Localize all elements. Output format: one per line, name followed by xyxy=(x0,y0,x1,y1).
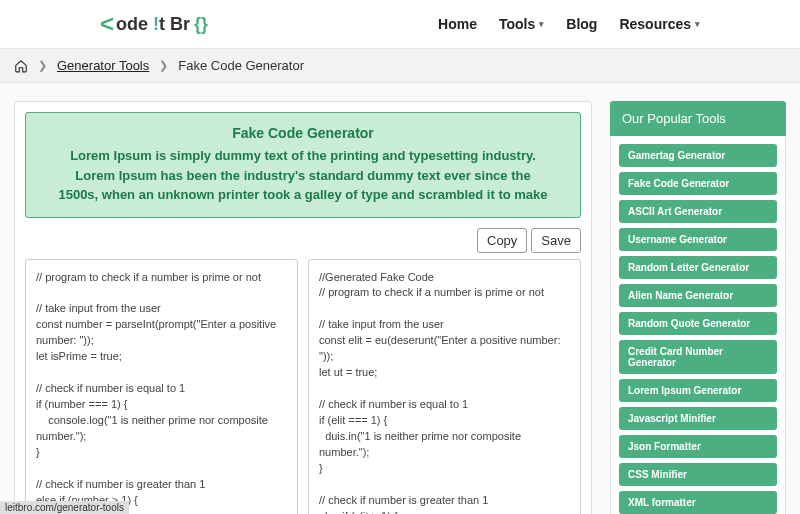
nav-home[interactable]: Home xyxy=(438,16,477,32)
home-icon[interactable] xyxy=(14,59,28,73)
logo-braces-icon: {} xyxy=(194,14,208,35)
tool-link[interactable]: Lorem Ipsum Generator xyxy=(619,379,777,402)
chevron-right-icon: ❯ xyxy=(159,59,168,72)
generator-panel: Fake Code Generator Lorem Ipsum is simpl… xyxy=(14,101,592,514)
code-panels: // program to check if a number is prime… xyxy=(25,259,581,515)
nav-tools[interactable]: Tools▾ xyxy=(499,16,544,32)
tool-link[interactable]: Username Generator xyxy=(619,228,777,251)
tool-link[interactable]: Gamertag Generator xyxy=(619,144,777,167)
tool-link[interactable]: Fake Code Generator xyxy=(619,172,777,195)
logo[interactable]: <ode !t Br{} xyxy=(100,10,208,38)
save-button[interactable]: Save xyxy=(531,228,581,253)
tool-link[interactable]: ASCII Art Generator xyxy=(619,200,777,223)
source-code-box[interactable]: // program to check if a number is prime… xyxy=(25,259,298,515)
main-content: Fake Code Generator Lorem Ipsum is simpl… xyxy=(0,83,800,514)
breadcrumb: ❯ Generator Tools ❯ Fake Code Generator xyxy=(0,48,800,83)
action-buttons: Copy Save xyxy=(25,228,581,253)
logo-chevron-icon: < xyxy=(100,10,114,38)
hero-description: Lorem Ipsum is simply dummy text of the … xyxy=(56,146,550,205)
sidebar: Our Popular Tools Gamertag GeneratorFake… xyxy=(610,101,786,514)
nav-blog[interactable]: Blog xyxy=(566,16,597,32)
copy-button[interactable]: Copy xyxy=(477,228,527,253)
tool-link[interactable]: Random Quote Generator xyxy=(619,312,777,335)
tool-link[interactable]: Javascript Minifier xyxy=(619,407,777,430)
site-header: <ode !t Br{} Home Tools▾ Blog Resources▾ xyxy=(0,0,800,48)
tool-link[interactable]: XML formatter xyxy=(619,491,777,514)
top-nav: Home Tools▾ Blog Resources▾ xyxy=(438,16,700,32)
chevron-down-icon: ▾ xyxy=(695,19,700,29)
breadcrumb-link[interactable]: Generator Tools xyxy=(57,58,149,73)
status-bar: leitbro.com/generator-tools xyxy=(0,501,129,514)
popular-tools-list: Gamertag GeneratorFake Code GeneratorASC… xyxy=(610,136,786,514)
sidebar-title: Our Popular Tools xyxy=(610,101,786,136)
tool-link[interactable]: Credit Card Number Generator xyxy=(619,340,777,374)
nav-resources[interactable]: Resources▾ xyxy=(619,16,700,32)
tool-link[interactable]: Random Letter Generator xyxy=(619,256,777,279)
tool-link[interactable]: CSS Minifier xyxy=(619,463,777,486)
tool-link[interactable]: Json Formatter xyxy=(619,435,777,458)
breadcrumb-current: Fake Code Generator xyxy=(178,58,304,73)
chevron-down-icon: ▾ xyxy=(539,19,544,29)
chevron-right-icon: ❯ xyxy=(38,59,47,72)
tool-link[interactable]: Alien Name Generator xyxy=(619,284,777,307)
hero-banner: Fake Code Generator Lorem Ipsum is simpl… xyxy=(25,112,581,218)
generated-code-box[interactable]: //Generated Fake Code // program to chec… xyxy=(308,259,581,515)
hero-title: Fake Code Generator xyxy=(56,125,550,141)
